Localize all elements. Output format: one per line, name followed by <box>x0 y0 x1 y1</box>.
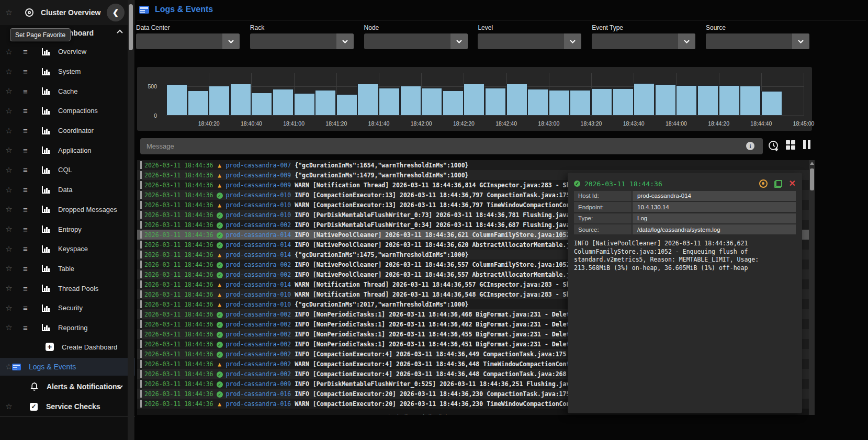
drag-handle-icon[interactable]: ≡ <box>23 165 30 174</box>
histogram-bar[interactable] <box>676 85 697 116</box>
favorite-star-icon[interactable]: ☆ <box>0 86 18 96</box>
copy-icon[interactable] <box>774 180 782 188</box>
log-host-link[interactable]: prod-cassandra-014 <box>226 281 291 288</box>
histogram-bar[interactable] <box>527 89 548 116</box>
log-host-link[interactable]: prod-cassandra-002 <box>226 331 291 338</box>
drag-handle-icon[interactable]: ≡ <box>23 106 30 115</box>
scroll-up-arrow[interactable] <box>810 162 814 165</box>
chevron-down-icon[interactable] <box>222 33 240 49</box>
sidebar-item[interactable]: ☆ ≡ Overview <box>0 42 135 62</box>
histogram-bar[interactable] <box>719 85 740 116</box>
sidebar-item[interactable]: ☆ ≡ Table <box>0 259 135 279</box>
favorite-star-icon[interactable]: ☆ <box>0 205 18 214</box>
histogram-bar[interactable] <box>697 85 718 116</box>
pause-icon[interactable] <box>803 140 810 149</box>
drag-handle-icon[interactable]: ≡ <box>23 185 30 194</box>
histogram-bar[interactable] <box>506 84 527 116</box>
log-host-link[interactable]: prod-cassandra-002 <box>226 311 291 318</box>
drag-handle-icon[interactable]: ≡ <box>23 264 30 273</box>
sidebar-item[interactable]: ☆ ≡ Coordinator <box>0 121 135 141</box>
histogram-bar[interactable] <box>400 86 421 116</box>
favorite-star-icon[interactable]: ☆ <box>0 402 18 411</box>
filter-select[interactable] <box>478 33 581 49</box>
sidebar-item[interactable]: ☆ ≡ Application <box>0 140 135 160</box>
histogram-bar[interactable] <box>315 90 336 116</box>
drag-handle-icon[interactable]: ≡ <box>23 323 30 332</box>
histogram-bar[interactable] <box>357 84 378 116</box>
log-host-link[interactable]: prod-cassandra-010 <box>226 211 291 219</box>
favorite-star-icon[interactable]: ☆ <box>0 145 18 155</box>
favorite-star-icon[interactable]: ☆ <box>0 264 18 273</box>
log-host-link[interactable]: prod-cassandra-002 <box>226 271 291 278</box>
log-host-link[interactable]: prod-cassandra-007 <box>226 162 291 169</box>
sidebar-item[interactable]: ☆ ≡ Compactions <box>0 101 135 121</box>
favorite-star-icon[interactable]: ☆ <box>0 67 18 76</box>
histogram-bar[interactable] <box>464 84 484 116</box>
sidebar-item[interactable]: ☆ ≡ CQL <box>0 160 135 180</box>
log-host-link[interactable]: prod-cassandra-009 <box>226 380 291 388</box>
favorite-star-icon[interactable]: ☆ <box>0 47 18 57</box>
log-host-link[interactable]: prod-cassandra-014 <box>226 251 291 258</box>
histogram-bar[interactable] <box>485 88 506 116</box>
log-scrollbar[interactable] <box>809 160 815 415</box>
log-host-link[interactable]: prod-cassandra-010 <box>226 291 291 298</box>
histogram-bar[interactable] <box>336 94 357 116</box>
drag-handle-icon[interactable]: ≡ <box>23 67 30 76</box>
log-host-link[interactable]: prod-cassandra-014 <box>226 241 291 249</box>
sidebar-item-alerts-notifications[interactable]: Alerts & Notifications <box>0 378 135 396</box>
log-host-link[interactable]: prod-cassandra-016 <box>226 390 291 398</box>
drag-handle-icon[interactable]: ≡ <box>23 87 30 96</box>
sidebar-item[interactable]: ☆ ≡ Cache <box>0 81 135 101</box>
histogram-bar[interactable] <box>294 93 315 116</box>
histogram-bar[interactable] <box>634 83 655 116</box>
histogram-bar[interactable] <box>570 90 591 116</box>
histogram-bar[interactable] <box>230 84 251 116</box>
log-host-link[interactable]: prod-cassandra-009 <box>226 182 291 189</box>
scrollbar-thumb[interactable] <box>129 4 133 50</box>
sidebar-collapse-button[interactable]: ❮ <box>107 4 125 21</box>
log-row[interactable]: 2026-03-11 18:44:36 ▲ prod-cassandra-007… <box>137 160 813 170</box>
close-icon[interactable]: ✕ <box>789 179 796 188</box>
drag-handle-icon[interactable]: ≡ <box>23 284 30 293</box>
filter-select[interactable] <box>592 33 695 49</box>
favorite-star-icon[interactable]: ☆ <box>0 284 18 293</box>
histogram-bar[interactable] <box>740 86 761 116</box>
sidebar-item[interactable]: ☆ ≡ Thread Pools <box>0 278 135 298</box>
sidebar-item[interactable]: ☆ ≡ Reporting <box>0 318 135 338</box>
sidebar-item[interactable]: ☆ ≡ Keyspace <box>0 239 135 259</box>
drag-handle-icon[interactable]: ≡ <box>23 126 30 135</box>
sidebar-item[interactable]: ☆ ≡ Data <box>0 180 135 200</box>
histogram-bar[interactable] <box>273 89 294 116</box>
favorite-star-icon[interactable]: ☆ <box>0 8 18 17</box>
histogram-bar[interactable] <box>188 91 209 116</box>
chevron-down-icon[interactable] <box>336 33 354 49</box>
log-host-link[interactable]: prod-cassandra-016 <box>226 400 291 408</box>
favorite-star-icon[interactable]: ☆ <box>0 303 18 313</box>
favorite-star-icon[interactable]: ☆ <box>0 323 18 332</box>
chevron-down-icon[interactable] <box>116 385 123 389</box>
log-host-link[interactable]: prod-cassandra-002 <box>226 321 291 328</box>
log-host-link[interactable]: prod-cassandra-009 <box>226 172 291 179</box>
favorite-star-icon[interactable]: ☆ <box>0 106 18 116</box>
info-icon[interactable]: i <box>746 142 754 150</box>
chevron-down-icon[interactable] <box>792 33 809 49</box>
favorite-star-icon[interactable]: ☆ <box>0 244 18 254</box>
log-host-link[interactable]: prod-cassandra-014 <box>226 231 291 239</box>
filter-select[interactable] <box>136 33 240 49</box>
favorite-star-icon[interactable]: ☆ <box>0 165 18 175</box>
log-host-link[interactable]: prod-cassandra-002 <box>226 261 291 268</box>
sidebar-item[interactable]: ☆ ≡ System <box>0 62 135 82</box>
sidebar-item-logs-events[interactable]: ☆ Logs & Events <box>0 358 135 376</box>
drag-handle-icon[interactable]: ≡ <box>23 47 30 56</box>
histogram-bar[interactable] <box>379 88 400 116</box>
histogram-bar[interactable] <box>251 93 272 116</box>
favorite-star-icon[interactable]: ☆ <box>0 185 18 195</box>
scrollbar-thumb[interactable] <box>810 168 814 190</box>
drag-handle-icon[interactable]: ≡ <box>23 303 30 312</box>
sidebar-item[interactable]: ☆ ≡ Security <box>0 298 135 318</box>
favorite-star-icon[interactable]: ☆ <box>0 224 18 234</box>
log-host-link[interactable]: prod-cassandra-002 <box>226 370 291 378</box>
histogram-bar[interactable] <box>655 84 676 116</box>
chevron-up-icon[interactable] <box>116 29 123 34</box>
sidebar-item[interactable]: ☆ ≡ Entropy <box>0 219 135 239</box>
